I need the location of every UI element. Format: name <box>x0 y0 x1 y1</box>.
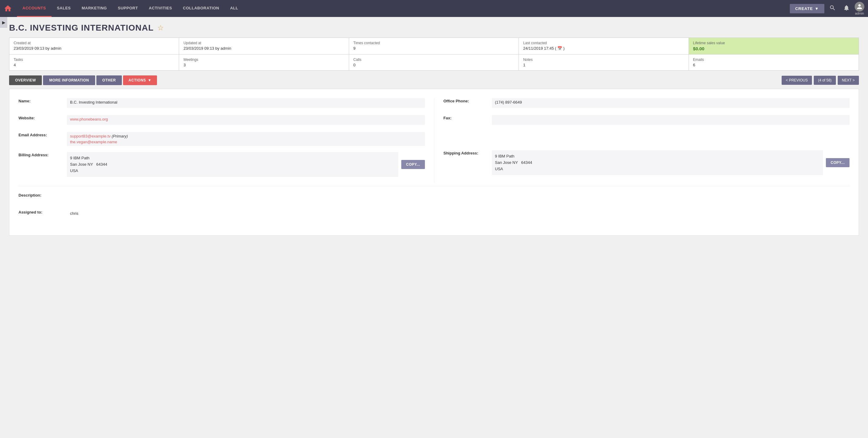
stat-last-contacted: Last contacted 24/11/2019 17:45 ( 📅 ) <box>519 38 689 54</box>
email-secondary-link[interactable]: the.vegan@example.name <box>70 140 117 144</box>
nav-right: CREATE ▼ admin <box>790 2 864 15</box>
tab-other[interactable]: OTHER <box>96 75 122 85</box>
nav-all[interactable]: ALL <box>224 0 244 17</box>
field-fax: Fax: <box>443 115 849 126</box>
form-right-col: Office Phone: (174) 897-6649 Fax: Shippi… <box>434 98 849 183</box>
next-button[interactable]: NEXT > <box>838 76 859 85</box>
stat-created-at: Created at 23/03/2019 09:13 by admin <box>9 38 179 54</box>
billing-copy-button[interactable]: COPY... <box>401 160 425 169</box>
stat-times-contacted: Times contacted 9 <box>349 38 519 54</box>
admin-avatar <box>855 2 864 11</box>
navbar: ACCOUNTS SALES MARKETING SUPPORT ACTIVIT… <box>0 0 868 17</box>
divider <box>19 186 849 186</box>
fax-value <box>492 115 849 125</box>
notifications-icon[interactable] <box>841 3 852 14</box>
name-value: B.C. Investing International <box>67 98 425 108</box>
stat-notes: Notes 1 <box>519 55 689 70</box>
stats-row1: Created at 23/03/2019 09:13 by admin Upd… <box>9 38 859 55</box>
email-value: support83@example.tv (Primary) the.vegan… <box>67 132 425 146</box>
website-link[interactable]: www.phonebeans.org <box>70 117 108 122</box>
stat-tasks: Tasks 4 <box>9 55 179 70</box>
admin-label: admin <box>855 11 864 15</box>
sidebar-toggle[interactable]: ▶ <box>0 17 7 28</box>
content-card: Name: B.C. Investing International Websi… <box>9 89 859 236</box>
website-value: www.phonebeans.org <box>67 115 425 125</box>
shipping-copy-button[interactable]: COPY... <box>826 158 849 167</box>
stat-lifetime-sales: Lifetime sales value $0.00 <box>689 38 859 54</box>
field-description: Description: <box>19 192 849 203</box>
nav-marketing[interactable]: MARKETING <box>76 0 113 17</box>
stat-updated-at: Updated at 23/03/2019 09:13 by admin <box>179 38 349 54</box>
admin-area[interactable]: admin <box>855 2 864 15</box>
nav-collaboration[interactable]: COLLABORATION <box>178 0 225 17</box>
shipping-address-value: 9 IBM PathSan Jose NY 64344USA <box>492 150 823 175</box>
field-shipping-address: Shipping Address: 9 IBM PathSan Jose NY … <box>443 150 849 175</box>
nav-links: ACCOUNTS SALES MARKETING SUPPORT ACTIVIT… <box>17 0 790 17</box>
field-email: Email Address: support83@example.tv (Pri… <box>19 132 425 146</box>
tabs-bar: OVERVIEW MORE INFORMATION OTHER ACTIONS … <box>9 75 859 85</box>
home-button[interactable] <box>4 4 12 13</box>
email-primary-link[interactable]: support83@example.tv <box>70 134 111 138</box>
description-value <box>67 192 849 203</box>
field-website: Website: www.phonebeans.org <box>19 115 425 126</box>
stat-calls: Calls 0 <box>349 55 519 70</box>
page-content: B.C. INVESTING INTERNATIONAL ☆ Created a… <box>0 17 868 438</box>
create-button[interactable]: CREATE ▼ <box>790 4 824 13</box>
page-title: B.C. INVESTING INTERNATIONAL <box>9 23 154 33</box>
page-info: (4 of 58) <box>814 76 836 85</box>
favorite-icon[interactable]: ☆ <box>157 24 164 32</box>
email-primary-label: (Primary) <box>112 134 128 138</box>
billing-address-value: 9 IBM PathSan Jose NY 64344USA <box>67 152 398 177</box>
record-title: B.C. INVESTING INTERNATIONAL ☆ <box>9 23 859 33</box>
field-name: Name: B.C. Investing International <box>19 98 425 109</box>
tab-overview[interactable]: OVERVIEW <box>9 75 42 85</box>
field-billing-address: Billing Address: 9 IBM PathSan Jose NY 6… <box>19 152 425 177</box>
tab-more-information[interactable]: MORE INFORMATION <box>43 75 95 85</box>
field-office-phone: Office Phone: (174) 897-6649 <box>443 98 849 109</box>
nav-accounts[interactable]: ACCOUNTS <box>17 0 52 17</box>
search-icon[interactable] <box>827 3 838 14</box>
field-assigned-to: Assigned to: chris <box>19 209 849 220</box>
pagination-area: < PREVIOUS (4 of 58) NEXT > <box>782 76 859 85</box>
previous-button[interactable]: < PREVIOUS <box>782 76 812 85</box>
actions-button[interactable]: ACTIONS ▼ <box>123 75 157 85</box>
assigned-to-value: chris <box>67 209 849 219</box>
stats-row2: Tasks 4 Meetings 3 Calls 0 Notes 1 Email… <box>9 55 859 71</box>
stat-emails: Emails 6 <box>689 55 859 70</box>
office-phone-value: (174) 897-6649 <box>492 98 849 108</box>
nav-support[interactable]: SUPPORT <box>113 0 143 17</box>
stat-meetings: Meetings 3 <box>179 55 349 70</box>
nav-activities[interactable]: ACTIVITIES <box>143 0 178 17</box>
form-left-col: Name: B.C. Investing International Websi… <box>19 98 434 183</box>
form-section: Name: B.C. Investing International Websi… <box>19 98 849 183</box>
tabs-left: OVERVIEW MORE INFORMATION OTHER ACTIONS … <box>9 75 157 85</box>
nav-sales[interactable]: SALES <box>52 0 76 17</box>
